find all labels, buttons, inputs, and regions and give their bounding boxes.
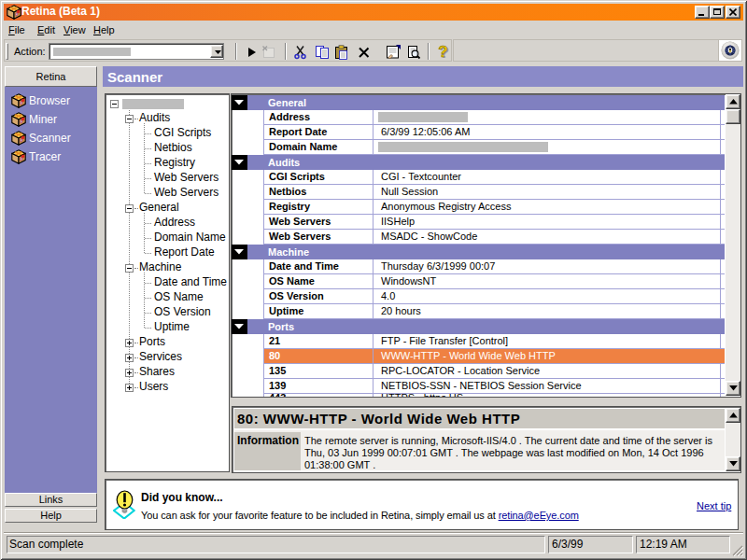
svg-text:?: ? [438,43,447,61]
